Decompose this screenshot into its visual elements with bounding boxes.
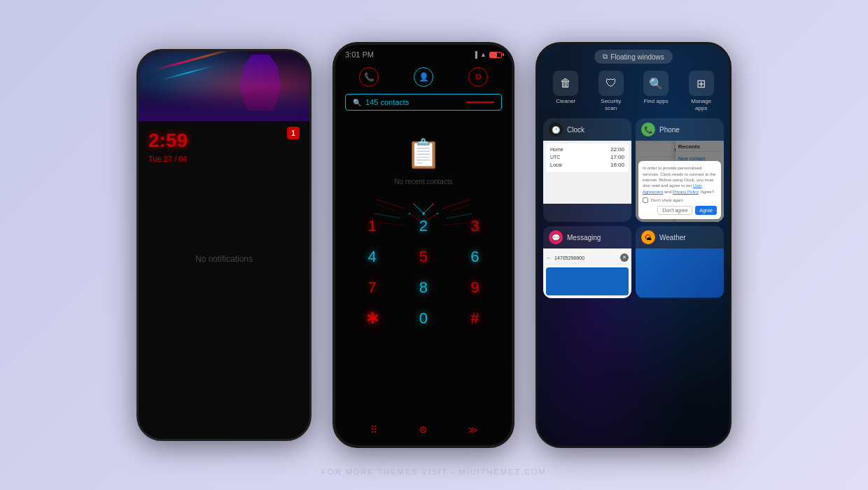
settings-icon[interactable]: ⚙: [415, 421, 432, 438]
numpad-5[interactable]: 5: [400, 244, 446, 270]
clock-row-3: Local 16:00: [550, 162, 624, 168]
disagree-button[interactable]: Don't agree: [657, 206, 692, 215]
numpad-7[interactable]: 7: [349, 275, 395, 300]
numpad-4[interactable]: 4: [349, 244, 395, 270]
phone-app-icon: 📞: [641, 122, 655, 136]
contacts-tab-icon[interactable]: 👤: [414, 67, 433, 87]
numpad-6[interactable]: 6: [452, 244, 498, 270]
app-cards-grid: 🕐 Clock Home 22:00 UTC 17:00: [538, 118, 729, 298]
weather-app-icon: 🌤: [641, 230, 655, 244]
quick-actions-grid: 🗑 Cleaner 🛡 Securityscan 🔍 Find apps ⊞ M…: [538, 66, 729, 118]
weather-card-body: [636, 248, 724, 298]
hero-slash-1: [154, 51, 236, 71]
svg-point-10: [432, 203, 434, 205]
numpad-2[interactable]: 2: [400, 214, 446, 239]
battery-icon: [489, 52, 502, 58]
messaging-app-name: Messaging: [567, 234, 601, 241]
status-icons: ▐ ▲: [473, 51, 502, 58]
phone-card-body: 010 1 2 3 4 5 6 7 8 9 *: [636, 141, 724, 222]
clock-date: Tue 27 / 04: [139, 155, 309, 163]
clock-app-icon: 🕐: [549, 122, 563, 136]
security-scan-action[interactable]: 🛡 Securityscan: [590, 71, 633, 111]
dialog-overlay: In order to provide personalised service…: [636, 141, 724, 222]
svg-point-9: [413, 203, 415, 205]
clock-time: 2:59: [139, 121, 309, 155]
search-text: 145 contacts: [365, 98, 462, 106]
phone-contacts: 3:01 PM ▐ ▲ 📞 👤 ⚙ 🔍 145 contacts 📋 No re…: [332, 42, 514, 448]
floating-windows-bar: ⧉ Floating windows: [538, 44, 729, 66]
dialog-box: In order to provide personalised service…: [638, 161, 721, 219]
floating-windows-button[interactable]: ⧉ Floating windows: [594, 50, 673, 64]
find-apps-icon: 🔍: [643, 71, 668, 96]
numpad-8[interactable]: 8: [400, 275, 446, 300]
clock-card[interactable]: 🕐 Clock Home 22:00 UTC 17:00: [543, 118, 631, 222]
cyberpunk-wallpaper: [139, 51, 309, 121]
weather-card-header: 🌤 Weather: [636, 226, 724, 248]
hero-banner: [139, 51, 309, 121]
security-scan-icon: 🛡: [598, 71, 624, 96]
manage-apps-action[interactable]: ⊞ Manageapps: [680, 71, 723, 111]
wifi-icon: ▲: [480, 51, 486, 58]
floating-label: Floating windows: [610, 53, 664, 61]
phone-tab-icon[interactable]: 📞: [359, 67, 379, 87]
no-notifications-text: No notifications: [195, 254, 253, 264]
more-icon[interactable]: ≫: [465, 421, 482, 438]
lockscreen-screen: 2:59 Tue 27 / 04 1 No notifications: [139, 51, 309, 439]
phone-card-header: 📞 Phone: [636, 118, 724, 141]
numpad-1[interactable]: 1: [349, 214, 395, 239]
tab-icons: 📞 👤 ⚙: [335, 62, 512, 91]
search-icon: 🔍: [353, 99, 361, 106]
messaging-card-header: 💬 Messaging: [543, 226, 631, 248]
grid-icon[interactable]: ⠿: [365, 421, 382, 438]
cleaner-label: Cleaner: [556, 98, 575, 105]
message-number: 14705298800: [554, 255, 584, 260]
messaging-card[interactable]: 💬 Messaging ← 14705298800 ✕: [543, 226, 631, 298]
phone-recents: ⧉ Floating windows 🗑 Cleaner 🛡 Securitys…: [536, 42, 732, 448]
watermark: FOR MORE THEMES VISIT - MIUITHEMEZ.COM: [321, 468, 546, 476]
back-arrow: ←: [546, 255, 552, 261]
no-recent-contacts: 📋 No recent contacts: [335, 116, 512, 200]
numpad-0[interactable]: 0: [400, 306, 446, 331]
contacts-search-bar[interactable]: 🔍 145 contacts: [345, 94, 502, 111]
clock-app-name: Clock: [567, 126, 584, 134]
weather-card[interactable]: 🌤 Weather: [636, 226, 724, 298]
message-item: ← 14705298800 ✕: [546, 251, 629, 265]
numpad-3[interactable]: 3: [452, 214, 498, 239]
phone-app-name: Phone: [659, 126, 680, 134]
clock-time-3: 16:00: [610, 162, 624, 168]
notification-badge: 1: [287, 127, 300, 139]
no-recent-text: No recent contacts: [394, 178, 452, 186]
dont-show-label: Don't show again: [651, 198, 683, 202]
signal-icon: ▐: [473, 51, 477, 58]
clock-time-2: 17:00: [610, 154, 624, 160]
numpad-9[interactable]: 9: [452, 275, 498, 300]
clock-label-3: Local: [550, 162, 562, 167]
clock-row-2: UTC 17:00: [550, 154, 624, 160]
settings-tab-icon[interactable]: ⚙: [468, 67, 488, 87]
clock-card-body: Home 22:00 UTC 17:00 Local 16:00: [543, 141, 631, 204]
weather-app-name: Weather: [659, 234, 686, 241]
agree-button[interactable]: Agree: [695, 206, 717, 215]
messaging-card-body: ← 14705298800 ✕: [543, 248, 631, 298]
contacts-screen: 3:01 PM ▐ ▲ 📞 👤 ⚙ 🔍 145 contacts 📋 No re…: [335, 45, 512, 445]
numpad-star[interactable]: ✱: [349, 306, 395, 331]
phone3-content: ⧉ Floating windows 🗑 Cleaner 🛡 Securitys…: [538, 44, 729, 446]
no-recent-icon: 📋: [406, 137, 441, 172]
message-close-button[interactable]: ✕: [620, 253, 629, 262]
phone-card[interactable]: 📞 Phone 010 1 2 3 4 5 6: [636, 118, 724, 222]
messaging-app-icon: 💬: [549, 230, 563, 244]
clock-mini-preview: Home 22:00 UTC 17:00 Local 16:00: [546, 144, 629, 172]
find-apps-action[interactable]: 🔍 Find apps: [635, 71, 678, 111]
search-accent: [466, 102, 494, 103]
clock-label-1: Home: [550, 147, 564, 152]
numpad-hash[interactable]: #: [452, 306, 498, 331]
clock-card-header: 🕐 Clock: [543, 118, 631, 141]
dont-show-checkbox[interactable]: [643, 197, 648, 203]
dialog-link2[interactable]: Privacy Policy: [673, 190, 699, 194]
bottom-bar: ⠿ ⚙ ≫: [335, 421, 512, 438]
dialog-buttons: Don't agree Agree: [643, 206, 717, 215]
manage-apps-label: Manageapps: [691, 98, 711, 111]
hero-slash-2: [160, 65, 215, 81]
cleaner-action[interactable]: 🗑 Cleaner: [545, 71, 587, 111]
message-preview: [546, 267, 629, 295]
